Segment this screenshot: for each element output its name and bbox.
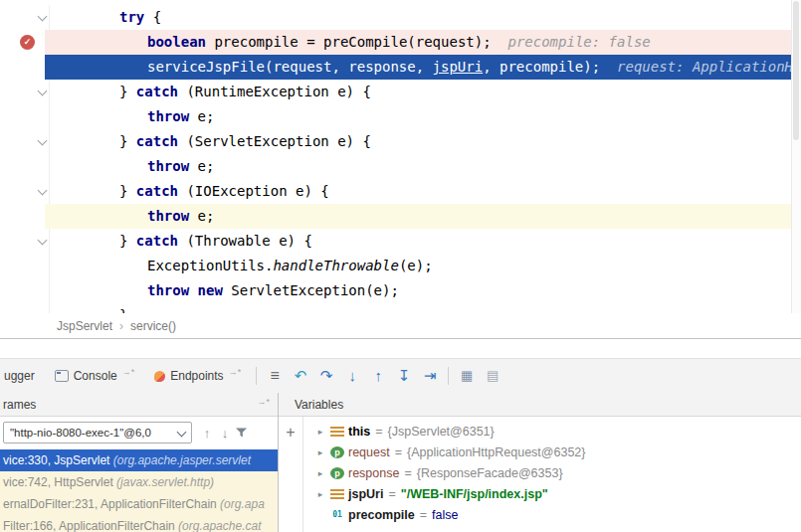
- ide-window: try {✓boolean precompile = preCompile(re…: [0, 0, 801, 532]
- tab-debugger[interactable]: ugger: [0, 359, 45, 393]
- fold-toggle-icon[interactable]: [38, 12, 48, 22]
- add-watch-button[interactable]: +: [286, 426, 295, 440]
- code-text: throw new ServletException(e);: [50, 278, 801, 303]
- code-text: ExceptionUtils.handleThrowable(e);: [50, 254, 801, 278]
- code-line[interactable]: } catch (Throwable e) {: [0, 229, 801, 254]
- step-over-icon[interactable]: ↷: [313, 359, 339, 393]
- thread-selector-value: "http-nio-8080-exec-1"@6,0: [10, 427, 151, 439]
- gutter-cell: [0, 80, 50, 104]
- code-line[interactable]: } catch (ServletException e) {: [0, 129, 801, 154]
- variable-name: this: [348, 425, 370, 439]
- variable-name: precompile: [348, 508, 415, 522]
- breadcrumb-class[interactable]: JspServlet: [57, 319, 112, 333]
- code-line[interactable]: throw e;: [0, 204, 801, 229]
- next-frame-icon[interactable]: ↓: [216, 426, 234, 441]
- stack-frame-row[interactable]: Filter:166, ApplicationFilterChain (org.…: [0, 515, 278, 532]
- code-text: } catch (IOException e) {: [50, 179, 801, 204]
- breadcrumb-method[interactable]: service(): [130, 319, 176, 333]
- variable-value: "/WEB-INF/jsp/index.jsp": [401, 487, 548, 501]
- code-line[interactable]: ✓boolean precompile = preCompile(request…: [0, 30, 801, 55]
- fold-toggle-icon[interactable]: [38, 136, 48, 146]
- toolbar-separator: [448, 367, 449, 385]
- code-line[interactable]: try {: [0, 5, 801, 30]
- variable-icon: [330, 427, 344, 437]
- code-editor[interactable]: try {✓boolean precompile = preCompile(re…: [0, 0, 801, 313]
- parameter-icon: p: [330, 467, 344, 479]
- code-line[interactable]: serviceJspFile(request, response, jspUri…: [0, 55, 801, 80]
- variable-row[interactable]: ▸this={JspServlet@6351}: [303, 421, 801, 442]
- panel-options-icon[interactable]: →*: [257, 397, 270, 407]
- frame-package: (javax.servlet.http): [116, 475, 214, 489]
- layout-settings-icon[interactable]: ▦: [454, 359, 480, 393]
- editor-scrollbar[interactable]: [791, 0, 801, 313]
- code-line[interactable]: } catch (RuntimeException e) {: [0, 80, 801, 104]
- gutter-cell: [0, 254, 50, 278]
- parameter-icon: p: [330, 446, 344, 458]
- console-icon: [55, 370, 69, 382]
- frames-panel: rames →* "http-nio-8080-exec-1"@6,0 ↑↓ v…: [0, 393, 279, 532]
- frames-panel-title: rames: [3, 398, 36, 412]
- stack-frame-row[interactable]: vice:330, JspServlet (org.apache.jasper.…: [0, 449, 278, 471]
- hide-library-frames-icon[interactable]: [236, 428, 247, 439]
- settings-menu-icon[interactable]: ≡: [262, 359, 288, 393]
- variable-value: {JspServlet@6351}: [388, 425, 495, 439]
- code-line[interactable]: throw e;: [0, 154, 801, 179]
- variables-toolbar: +: [279, 417, 303, 532]
- fold-toggle-icon[interactable]: [38, 236, 48, 246]
- tab-console[interactable]: Console→*: [45, 359, 145, 393]
- code-text: throw e;: [50, 204, 801, 229]
- previous-frame-icon[interactable]: ↑: [198, 426, 216, 441]
- gutter-cell: [0, 104, 50, 129]
- code-line[interactable]: ExceptionUtils.handleThrowable(e);: [0, 254, 801, 278]
- tab-endpoints[interactable]: Endpoints→*: [144, 359, 251, 393]
- stack-frame-row[interactable]: vice:742, HttpServlet (javax.servlet.htt…: [0, 471, 278, 493]
- variable-row[interactable]: ▸jspUri="/WEB-INF/jsp/index.jsp": [303, 483, 801, 504]
- show-execution-point-icon[interactable]: ↶: [288, 359, 313, 393]
- gutter-cell: [0, 204, 50, 229]
- equals-sign: =: [395, 445, 402, 459]
- code-line[interactable]: } catch (IOException e) {: [0, 179, 801, 204]
- frame-location: ernalDoFilter:231, ApplicationFilterChai…: [3, 497, 220, 511]
- variable-row[interactable]: ▸prequest={ApplicationHttpRequest@6352}: [303, 442, 801, 462]
- breakpoint-icon[interactable]: ✓: [20, 35, 35, 50]
- expand-chevron-icon[interactable]: ▸: [312, 427, 328, 437]
- code-text: throw e;: [50, 154, 801, 179]
- endpoints-tab-label: Endpoints: [170, 369, 223, 383]
- gutter-cell: [0, 5, 50, 30]
- fold-toggle-icon[interactable]: [38, 87, 48, 96]
- force-step-into-icon[interactable]: ↧: [391, 359, 417, 393]
- variables-body: + ▸this={JspServlet@6351}▸prequest={Appl…: [279, 417, 801, 532]
- variable-value: false: [432, 508, 458, 522]
- equals-sign: =: [388, 487, 395, 501]
- frames-panel-header: rames →*: [0, 393, 278, 417]
- gutter-cell: [0, 154, 50, 179]
- run-to-cursor-icon[interactable]: ⇥: [417, 359, 443, 393]
- step-into-icon[interactable]: ↓: [339, 359, 365, 393]
- frame-package: (org.apache.cat: [178, 519, 261, 532]
- code-line[interactable]: throw new ServletException(e);: [0, 278, 801, 303]
- debug-panels: rames →* "http-nio-8080-exec-1"@6,0 ↑↓ v…: [0, 393, 801, 532]
- chevron-down-icon: [177, 428, 187, 438]
- variable-name: request: [348, 445, 390, 459]
- variable-row[interactable]: 01precompile=false: [303, 504, 801, 525]
- table-view-icon[interactable]: ▤: [480, 359, 505, 393]
- code-line[interactable]: throw e;: [0, 104, 801, 129]
- frames-body: "http-nio-8080-exec-1"@6,0 ↑↓ vice:330, …: [0, 417, 278, 532]
- step-out-icon[interactable]: ↑: [365, 359, 391, 393]
- expand-chevron-icon[interactable]: ▸: [312, 489, 328, 499]
- expand-chevron-icon[interactable]: ▸: [312, 447, 328, 457]
- variable-value: {ApplicationHttpRequest@6352}: [407, 445, 585, 459]
- scrollbar-thumb[interactable]: [793, 1, 799, 140]
- variable-row[interactable]: ▸presponse={ResponseFacade@6353}: [303, 462, 801, 483]
- frame-location: Filter:166, ApplicationFilterChain: [3, 519, 178, 532]
- gutter-cell: [0, 55, 50, 80]
- frame-location: vice:742, HttpServlet: [3, 475, 116, 489]
- fold-toggle-icon[interactable]: [38, 186, 48, 196]
- thread-row: "http-nio-8080-exec-1"@6,0 ↑↓: [0, 417, 278, 447]
- stack-frame-row[interactable]: ernalDoFilter:231, ApplicationFilterChai…: [0, 493, 278, 515]
- thread-selector[interactable]: "http-nio-8080-exec-1"@6,0: [3, 422, 192, 443]
- code-line[interactable]: }: [0, 303, 801, 313]
- endpoints-icon: [154, 371, 165, 382]
- expand-chevron-icon[interactable]: ▸: [312, 468, 328, 478]
- code-text: }: [50, 303, 801, 313]
